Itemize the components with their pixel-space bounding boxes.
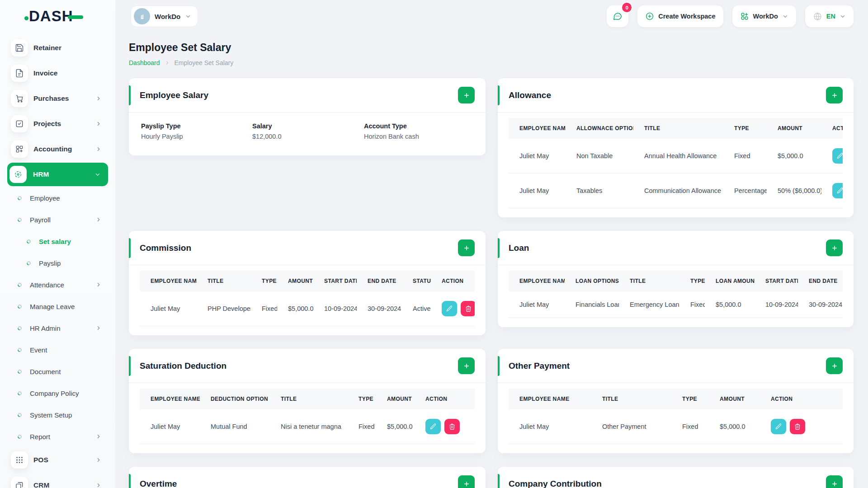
card-header: Loan: [498, 231, 854, 265]
sidebar-subitem-label: Document: [30, 368, 115, 375]
trash-icon: [794, 423, 801, 430]
delete-button[interactable]: [444, 419, 460, 434]
table-header-row: EMPLOYEE NAME ALLOWNACE OPTION TITLE TYP…: [509, 118, 843, 139]
edit-button[interactable]: [832, 148, 843, 164]
workdo-menu-button[interactable]: WorkDo: [732, 5, 796, 27]
cell: Annual Health Allowance: [633, 139, 723, 174]
sidebar-item-projects[interactable]: Projects: [0, 111, 115, 136]
pencil-icon: [446, 305, 453, 312]
table-row: Juliet May Financials Loan Emergency Loa…: [509, 291, 843, 318]
delete-button[interactable]: [790, 419, 805, 434]
bullet-icon: [17, 347, 23, 353]
cell: Juliet May: [509, 409, 591, 444]
cart-icon: [11, 90, 28, 107]
add-employee-salary-button[interactable]: [458, 87, 475, 103]
delete-button[interactable]: [461, 301, 475, 316]
language-button[interactable]: EN: [805, 5, 854, 27]
workdo-menu-label: WorkDo: [753, 13, 778, 20]
cell-actions: [431, 291, 475, 326]
add-commission-button[interactable]: [458, 239, 475, 256]
sidebar-item-accounting[interactable]: Accounting: [0, 136, 115, 162]
edit-button[interactable]: [832, 183, 843, 198]
add-loan-button[interactable]: [826, 239, 843, 256]
add-company-contribution-button[interactable]: [826, 475, 843, 488]
sidebar-subitem-label: Event: [30, 346, 115, 354]
sidebar-subitem-manage-leave[interactable]: Manage Leave: [0, 296, 115, 317]
table-row: Juliet May PHP Developer Fixed $5,000.0 …: [140, 291, 475, 326]
edit-button[interactable]: [425, 419, 441, 434]
column-header: TYPE: [671, 389, 709, 409]
chevron-down-icon: [185, 13, 191, 19]
sidebar-subitem-label: HR Admin: [30, 324, 87, 332]
add-other-payment-button[interactable]: [826, 357, 843, 374]
table-row: Juliet May Mutual Fund Nisi a tenetur ma…: [140, 409, 475, 444]
sidebar-subitem-system-setup[interactable]: System Setup: [0, 404, 115, 426]
column-header: END DATE: [798, 271, 843, 291]
edit-button[interactable]: [442, 301, 457, 316]
sidebar-subitem-hr-admin[interactable]: HR Admin: [0, 317, 115, 339]
column-header: TYPE: [679, 271, 705, 291]
pencil-icon: [429, 423, 437, 430]
workspace-selector[interactable]: WorkDo: [131, 5, 198, 27]
cell: PHP Developer: [197, 291, 251, 326]
sidebar-subitem-payroll[interactable]: Payroll: [0, 209, 115, 230]
bullet-icon: [26, 239, 32, 244]
column-header: LOAN OPTIONS: [565, 271, 619, 291]
sidebar-item-hrm[interactable]: HRM: [7, 163, 108, 186]
other-payment-table-wrap: EMPLOYEE NAME TITLE TYPE AMOUNT ACTION J…: [509, 389, 843, 444]
field-label: Payslip Type: [141, 122, 252, 130]
sidebar-item-invoice[interactable]: Invoice: [0, 61, 115, 86]
column-header: AMOUNT: [376, 389, 415, 409]
sidebar-item-retainer[interactable]: Retainer: [0, 35, 115, 61]
app-logo[interactable]: DASH: [0, 0, 115, 33]
sidebar-subitem-event[interactable]: Event: [0, 339, 115, 361]
breadcrumb-current: Employee Set Salary: [175, 59, 234, 66]
cell: Juliet May: [509, 174, 566, 208]
add-allowance-button[interactable]: [826, 87, 843, 103]
column-header: DEDUCTION OPTION: [200, 389, 270, 409]
pencil-icon: [836, 152, 843, 160]
sidebar-subitem-label: Payroll: [30, 216, 87, 224]
sidebar-subitem-attendance[interactable]: Attendance: [0, 274, 115, 296]
create-workspace-button[interactable]: Create Workspace: [637, 5, 723, 27]
messages-badge: 0: [622, 3, 632, 12]
chevron-right-icon: [95, 282, 102, 288]
cell: 10-09-2024: [313, 291, 357, 326]
messages-button[interactable]: 0: [607, 5, 628, 27]
card-title: Other Payment: [509, 361, 570, 371]
edit-button[interactable]: [771, 419, 786, 434]
commission-table: EMPLOYEE NAME TITLE TYPE AMOUNT START DA…: [140, 271, 475, 326]
column-header: TITLE: [197, 271, 251, 291]
hrm-icon: [9, 166, 27, 183]
sidebar-subitem-set-salary[interactable]: Set salary: [0, 230, 115, 252]
plus-icon: [463, 92, 470, 99]
sidebar-item-label: POS: [33, 456, 90, 464]
card-header: Saturation Deduction: [129, 349, 486, 383]
loan-table-wrap: EMPLOYEE NAME LOAN OPTIONS TITLE TYPE LO…: [509, 271, 843, 318]
sidebar-item-crm[interactable]: CRM: [0, 473, 115, 488]
sidebar-subitem-company-policy[interactable]: Company Policy: [0, 382, 115, 404]
breadcrumb-home-link[interactable]: Dashboard: [129, 59, 160, 66]
sidebar-item-pos[interactable]: POS: [0, 447, 115, 473]
card-title: Employee Salary: [140, 90, 208, 100]
sidebar-subitem-payslip[interactable]: Payslip: [0, 252, 115, 274]
sidebar-item-purchases[interactable]: Purchases: [0, 86, 115, 111]
sidebar-subitem-label: System Setup: [30, 411, 115, 419]
sidebar-subitem-report[interactable]: Report: [0, 426, 115, 447]
logo-text: DASH: [29, 8, 73, 25]
column-header: EMPLOYEE NAME: [509, 389, 591, 409]
sidebar-subitem-employee[interactable]: Employee: [0, 187, 115, 209]
cell: Mutual Fund: [200, 409, 270, 444]
commission-table-wrap: EMPLOYEE NAME TITLE TYPE AMOUNT START DA…: [140, 271, 475, 326]
sidebar-subitem-document[interactable]: Document: [0, 361, 115, 382]
card-title: Loan: [509, 243, 529, 253]
column-header: ALLOWNACE OPTION: [566, 118, 633, 139]
add-saturation-deduction-button[interactable]: [458, 357, 475, 374]
plus-icon: [831, 92, 838, 99]
chevron-right-icon: [95, 95, 102, 102]
column-header: EMPLOYEE NAME: [509, 271, 565, 291]
cell: 10-09-2024: [755, 291, 798, 318]
sidebar: DASH Retainer Invoice Purchases: [0, 0, 115, 488]
add-overtime-button[interactable]: [458, 475, 475, 488]
chevron-right-icon: [95, 482, 102, 488]
